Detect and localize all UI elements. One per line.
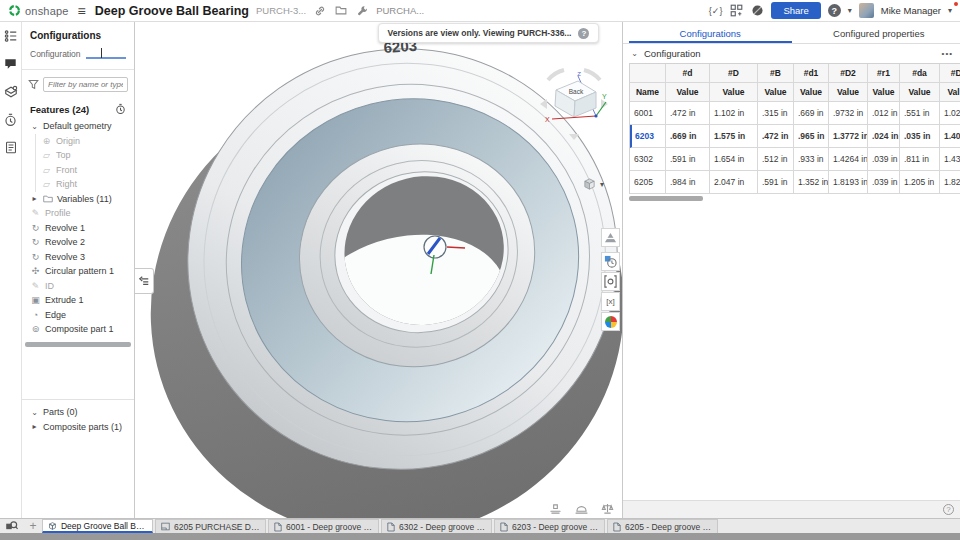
main-menu-icon[interactable]: ≡ <box>76 4 88 18</box>
tree-item-circular-pattern-1[interactable]: ✣ Circular pattern 1 <box>22 264 134 279</box>
measure-panel-icon[interactable] <box>3 84 18 99</box>
chevron-down-icon[interactable]: ⌄ <box>30 408 39 417</box>
appearance-button[interactable] <box>601 312 620 331</box>
configuration-table: #d #D #B #d1 #D2 #r1 #da #Da Name Value … <box>629 63 960 194</box>
onshape-logo[interactable]: onshape <box>8 4 69 17</box>
header-cell: Value <box>829 83 868 102</box>
help-icon[interactable]: ? <box>828 4 841 17</box>
table-horizontal-scrollbar[interactable] <box>629 196 703 201</box>
isolate-button[interactable] <box>601 252 620 271</box>
chevron-right-icon[interactable]: ▸ <box>30 422 39 431</box>
tab-part-studio[interactable]: Deep Groove Ball Beari... <box>42 519 153 533</box>
user-avatar[interactable] <box>859 3 874 18</box>
folder-icon <box>43 195 53 203</box>
configurations-panel-icon[interactable] <box>3 28 18 43</box>
tree-item-front-plane[interactable]: ▱ Front <box>36 163 134 178</box>
comments-disabled-icon[interactable] <box>750 4 764 18</box>
chevron-right-icon[interactable]: ▸ <box>30 194 39 203</box>
graphics-viewport[interactable]: 6203 Versions are view only. Viewing PUR… <box>135 22 622 518</box>
view-cube[interactable]: Back Z X Y <box>538 66 610 144</box>
config-name-cell[interactable]: 6205 <box>630 171 666 194</box>
tree-item-extrude-1[interactable]: ▣ Extrude 1 <box>22 293 134 308</box>
viewport-toolbar: [x] <box>601 228 621 331</box>
workspace-name[interactable]: PURCHA... <box>376 5 424 16</box>
rotate-down-icon[interactable] <box>569 134 579 140</box>
part-studio-icon <box>48 521 57 531</box>
manage-versions-icon[interactable] <box>729 4 743 18</box>
share-button[interactable]: Share <box>771 2 820 19</box>
tree-item-label: Revolve 2 <box>45 237 85 247</box>
user-menu[interactable]: Mike Manager <box>881 5 941 16</box>
view-options-button[interactable]: ▾ <box>582 177 604 191</box>
user-caret-icon[interactable]: ▾ <box>948 6 952 15</box>
tab-drawing[interactable]: 6205 PURCHASE DRA... <box>155 519 266 533</box>
pdf-icon <box>274 522 282 532</box>
tree-item-composite-part-1[interactable]: ⊚ Composite part 1 <box>22 322 134 337</box>
tree-item-id-sketch[interactable]: ✎ ID <box>22 279 134 294</box>
composite-part-icon: ⊚ <box>30 324 41 334</box>
feature-filter-input[interactable] <box>43 77 128 92</box>
table-value-header-row: Name Value Value Value Value Value Value… <box>630 83 960 102</box>
rotate-arrow-icon[interactable] <box>548 70 564 80</box>
config-name-cell[interactable]: 6302 <box>630 148 666 171</box>
section-menu-icon[interactable]: ••• <box>942 49 953 58</box>
tree-item-label: Circular pattern 1 <box>45 266 114 276</box>
tree-item-top-plane[interactable]: ▱ Top <box>36 148 134 163</box>
tab-pdf-6302[interactable]: 6302 - Deep groove ball... <box>381 519 492 533</box>
comments-panel-icon[interactable] <box>3 56 18 71</box>
feature-tree-scrollbar[interactable] <box>25 342 131 347</box>
tree-item-origin[interactable]: ⊕ Origin <box>36 134 134 149</box>
tab-label: 6205 PURCHASE DRA... <box>174 522 260 532</box>
link-icon[interactable] <box>313 4 327 18</box>
versions-icon[interactable]: {✓} <box>709 6 723 16</box>
history-panel-icon[interactable] <box>3 112 18 127</box>
config-row-6205[interactable]: 6205 .984 in 2.047 in .591 in 1.352 in 1… <box>630 171 960 194</box>
tree-item-edge[interactable]: ◔ Edge <box>22 308 134 323</box>
parts-group[interactable]: ⌄ Parts (0) <box>22 405 134 420</box>
rotate-arrow-icon[interactable] <box>584 70 600 80</box>
dome-icon[interactable] <box>575 503 588 514</box>
tab-configurations[interactable]: Configurations <box>629 22 792 43</box>
panel-help-icon[interactable]: ? <box>943 504 954 515</box>
onshape-logo-icon <box>8 4 21 17</box>
folder-icon[interactable] <box>334 4 348 18</box>
tree-item-profile-sketch[interactable]: ✎ Profile <box>22 206 134 221</box>
config-name-cell[interactable]: 6001 <box>630 102 666 125</box>
tab-pdf-6205[interactable]: 6205 - Deep groove ball... <box>607 519 718 533</box>
tab-label: 6203 - Deep groove ball... <box>512 522 599 532</box>
stamp-icon[interactable] <box>549 503 562 514</box>
tab-search-button[interactable] <box>0 519 24 533</box>
tree-item-default-geometry[interactable]: ⌄ Default geometry <box>22 119 134 134</box>
header-cell: Value <box>666 83 710 102</box>
add-tab-button[interactable]: + <box>24 519 42 533</box>
named-views-button[interactable] <box>601 272 620 291</box>
rotate-left-icon[interactable] <box>540 99 547 109</box>
feature-list-toggle[interactable] <box>135 268 154 294</box>
hide-others-button[interactable]: [x] <box>601 292 620 311</box>
chevron-down-icon[interactable]: ⌄ <box>30 122 39 131</box>
config-name-cell[interactable]: 6203 <box>630 125 666 148</box>
version-wrench-icon[interactable] <box>355 4 369 18</box>
config-row-6203-active[interactable]: 6203 .669 in 1.575 in .472 in .965 in 1.… <box>630 125 960 148</box>
notes-panel-icon[interactable] <box>3 140 18 155</box>
section-view-button[interactable] <box>601 228 620 247</box>
tree-item-revolve-2[interactable]: ↻ Revolve 2 <box>22 235 134 250</box>
tree-item-variables-folder[interactable]: ▸ Variables (11) <box>22 192 134 207</box>
tree-item-right-plane[interactable]: ▱ Right <box>36 177 134 192</box>
chevron-down-icon[interactable]: ⌄ <box>630 49 639 58</box>
tab-pdf-6001[interactable]: 6001 - Deep groove ball... <box>268 519 379 533</box>
composite-parts-group[interactable]: ▸ Composite parts (1) <box>22 420 134 435</box>
tab-label: 6302 - Deep groove ball... <box>399 522 486 532</box>
tree-item-revolve-3[interactable]: ↻ Revolve 3 <box>22 250 134 265</box>
notification-help-icon[interactable]: ? <box>578 28 589 39</box>
scale-icon[interactable] <box>601 503 614 514</box>
tree-item-revolve-1[interactable]: ↻ Revolve 1 <box>22 221 134 236</box>
config-row-6001[interactable]: 6001 .472 in 1.102 in .315 in .669 in .9… <box>630 102 960 125</box>
tab-pdf-6203[interactable]: 6203 - Deep groove ball... <box>494 519 605 533</box>
rollback-clock-icon[interactable] <box>115 103 126 115</box>
configuration-section-header: ⌄ Configuration ••• <box>623 44 960 63</box>
tab-configured-properties[interactable]: Configured properties <box>798 22 960 43</box>
config-row-6302[interactable]: 6302 .591 in 1.654 in .512 in .933 in 1.… <box>630 148 960 171</box>
help-caret-icon[interactable]: ▾ <box>848 6 852 15</box>
configuration-name-input[interactable] <box>86 47 126 59</box>
